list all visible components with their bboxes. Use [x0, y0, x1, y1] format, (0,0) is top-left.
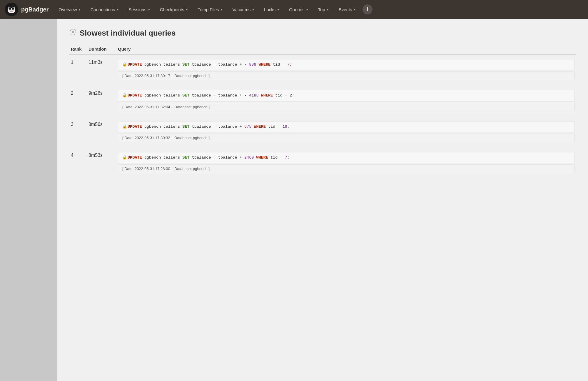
rank-cell: 2	[69, 86, 87, 117]
table-body: 1 11m3s 🔒UPDATE pgbench_tellers SET tbal…	[69, 55, 576, 179]
col-rank: Rank	[69, 45, 87, 55]
nav-items: Overview ▼ Connections ▼ Sessions ▼ Chec…	[54, 4, 583, 14]
duration-cell: 8m53s	[87, 148, 116, 179]
sidebar	[0, 19, 57, 381]
nav-item-queries[interactable]: Queries ▼	[285, 5, 313, 14]
page-title-row: Slowest individual queries	[69, 28, 576, 38]
query-cell: 🔒UPDATE pgbench_tellers SET tbalance = t…	[116, 86, 576, 117]
nav-item-checkpoints[interactable]: Checkpoints ▼	[156, 5, 192, 14]
nav-item-connections[interactable]: Connections ▼	[86, 5, 123, 14]
chevron-down-icon: ▼	[353, 8, 356, 11]
svg-point-7	[9, 8, 11, 9]
nav-item-sessions[interactable]: Sessions ▼	[124, 5, 155, 14]
spinner-icon	[69, 28, 77, 38]
col-duration: Duration	[87, 45, 116, 55]
info-button[interactable]: i	[363, 4, 372, 14]
rank-cell: 3	[69, 117, 87, 148]
query-code: 🔒UPDATE pgbench_tellers SET tbalance = t…	[118, 90, 574, 101]
nav-item-locks[interactable]: Locks ▼	[260, 5, 284, 14]
query-cell: 🔒UPDATE pgbench_tellers SET tbalance = t…	[116, 148, 576, 179]
query-code: 🔒UPDATE pgbench_tellers SET tbalance = t…	[118, 152, 574, 163]
rank-cell: 1	[69, 55, 87, 86]
table-row: 2 9m26s 🔒UPDATE pgbench_tellers SET tbal…	[69, 86, 576, 117]
query-meta: [ Date: 2022-05-31 17:30:32 – Database: …	[118, 134, 574, 142]
chevron-down-icon: ▼	[326, 8, 329, 11]
query-meta: [ Date: 2022-05-31 17:30:17 – Database: …	[118, 71, 574, 80]
query-code: 🔒UPDATE pgbench_tellers SET tbalance = t…	[118, 59, 574, 70]
brand-logo	[5, 3, 18, 16]
table-row: 4 8m53s 🔒UPDATE pgbench_tellers SET tbal…	[69, 148, 576, 179]
chevron-down-icon: ▼	[277, 8, 280, 11]
query-code: 🔒UPDATE pgbench_tellers SET tbalance = t…	[118, 121, 574, 132]
brand[interactable]: pgBadger	[5, 3, 49, 16]
query-cell: 🔒UPDATE pgbench_tellers SET tbalance = t…	[116, 55, 576, 86]
table-row: 1 11m3s 🔒UPDATE pgbench_tellers SET tbal…	[69, 55, 576, 86]
main-content: Slowest individual queries Rank Duration…	[57, 19, 588, 381]
nav-item-top[interactable]: Top ▼	[314, 5, 333, 14]
chevron-down-icon: ▼	[185, 8, 188, 11]
svg-point-8	[12, 8, 14, 9]
duration-cell: 8m56s	[87, 117, 116, 148]
chevron-down-icon: ▼	[78, 8, 81, 11]
query-meta: [ Date: 2022-05-31 17:28:00 – Database: …	[118, 164, 574, 173]
query-meta: [ Date: 2022-05-31 17:32:04 – Database: …	[118, 103, 574, 111]
table-header: Rank Duration Query	[69, 45, 576, 55]
navbar: pgBadger Overview ▼ Connections ▼ Sessio…	[0, 0, 588, 19]
svg-point-9	[10, 11, 13, 12]
chevron-down-icon: ▼	[306, 8, 309, 11]
duration-cell: 9m26s	[87, 86, 116, 117]
page-title: Slowest individual queries	[80, 29, 176, 38]
page-layout: Slowest individual queries Rank Duration…	[0, 19, 588, 381]
chevron-down-icon: ▼	[148, 8, 151, 11]
nav-item-overview[interactable]: Overview ▼	[54, 5, 85, 14]
svg-point-13	[72, 31, 74, 33]
col-query: Query	[116, 45, 576, 55]
queries-table: Rank Duration Query 1 11m3s 🔒UPDATE pgbe…	[69, 45, 576, 179]
nav-item-events[interactable]: Events ▼	[335, 5, 360, 14]
chevron-down-icon: ▼	[220, 8, 223, 11]
chevron-down-icon: ▼	[116, 8, 119, 11]
query-cell: 🔒UPDATE pgbench_tellers SET tbalance = t…	[116, 117, 576, 148]
brand-name: pgBadger	[21, 6, 49, 13]
nav-item-vacuums[interactable]: Vacuums ▼	[228, 5, 259, 14]
rank-cell: 4	[69, 148, 87, 179]
duration-cell: 11m3s	[87, 55, 116, 86]
table-row: 3 8m56s 🔒UPDATE pgbench_tellers SET tbal…	[69, 117, 576, 148]
nav-item-temp-files[interactable]: Temp Files ▼	[193, 5, 227, 14]
chevron-down-icon: ▼	[252, 8, 255, 11]
